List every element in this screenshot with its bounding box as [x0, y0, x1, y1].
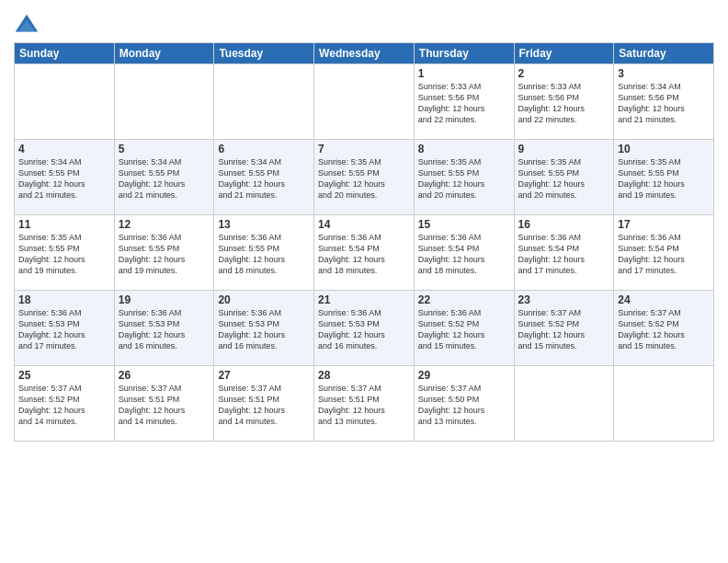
- calendar-week-0: 1Sunrise: 5:33 AM Sunset: 5:56 PM Daylig…: [15, 64, 714, 140]
- calendar-cell: 13Sunrise: 5:36 AM Sunset: 5:55 PM Dayli…: [214, 215, 314, 291]
- cell-day-number: 1: [418, 67, 510, 80]
- cell-day-number: 22: [418, 293, 510, 306]
- calendar-cell: [114, 64, 214, 140]
- cell-day-number: 15: [418, 218, 510, 231]
- cell-day-number: 20: [218, 293, 310, 306]
- page: SundayMondayTuesdayWednesdayThursdayFrid…: [0, 0, 728, 563]
- cell-info: Sunrise: 5:36 AM Sunset: 5:53 PM Dayligh…: [119, 307, 210, 352]
- calendar-cell: [314, 64, 415, 140]
- cell-day-number: 18: [18, 293, 110, 306]
- cell-day-number: 12: [119, 218, 210, 231]
- calendar-cell: 4Sunrise: 5:34 AM Sunset: 5:55 PM Daylig…: [15, 140, 115, 215]
- cell-day-number: 8: [418, 143, 510, 155]
- cell-day-number: 27: [218, 369, 310, 382]
- cell-day-number: 19: [119, 293, 210, 306]
- calendar-cell: 22Sunrise: 5:36 AM Sunset: 5:52 PM Dayli…: [414, 291, 514, 366]
- cell-day-number: 2: [518, 67, 610, 80]
- cell-info: Sunrise: 5:37 AM Sunset: 5:52 PM Dayligh…: [18, 383, 110, 428]
- calendar-cell: 16Sunrise: 5:36 AM Sunset: 5:54 PM Dayli…: [514, 215, 614, 291]
- cell-day-number: 16: [518, 218, 610, 231]
- cell-info: Sunrise: 5:34 AM Sunset: 5:55 PM Dayligh…: [218, 156, 310, 201]
- calendar-cell: 2Sunrise: 5:33 AM Sunset: 5:56 PM Daylig…: [514, 64, 614, 140]
- cell-day-number: 9: [518, 143, 610, 155]
- cell-info: Sunrise: 5:36 AM Sunset: 5:54 PM Dayligh…: [418, 232, 510, 277]
- calendar-week-3: 18Sunrise: 5:36 AM Sunset: 5:53 PM Dayli…: [15, 291, 714, 366]
- calendar-cell: 10Sunrise: 5:35 AM Sunset: 5:55 PM Dayli…: [614, 140, 714, 215]
- cell-day-number: 3: [618, 67, 710, 80]
- cell-info: Sunrise: 5:36 AM Sunset: 5:53 PM Dayligh…: [18, 307, 110, 352]
- cell-info: Sunrise: 5:35 AM Sunset: 5:55 PM Dayligh…: [318, 156, 410, 201]
- cell-day-number: 4: [18, 143, 110, 155]
- calendar-week-4: 25Sunrise: 5:37 AM Sunset: 5:52 PM Dayli…: [15, 366, 714, 442]
- cell-day-number: 29: [418, 369, 510, 382]
- cell-day-number: 13: [218, 218, 310, 231]
- calendar-cell: 20Sunrise: 5:36 AM Sunset: 5:53 PM Dayli…: [214, 291, 314, 366]
- col-header-monday: Monday: [114, 43, 214, 64]
- calendar-week-2: 11Sunrise: 5:35 AM Sunset: 5:55 PM Dayli…: [15, 215, 714, 291]
- calendar-cell: 3Sunrise: 5:34 AM Sunset: 5:56 PM Daylig…: [614, 64, 714, 140]
- cell-day-number: 14: [318, 218, 410, 231]
- cell-info: Sunrise: 5:37 AM Sunset: 5:51 PM Dayligh…: [218, 383, 310, 428]
- cell-day-number: 5: [119, 143, 210, 155]
- cell-day-number: 17: [618, 218, 710, 231]
- cell-day-number: 24: [618, 293, 710, 306]
- logo-icon: [14, 13, 40, 39]
- calendar-cell: [214, 64, 314, 140]
- calendar-cell: 1Sunrise: 5:33 AM Sunset: 5:56 PM Daylig…: [414, 64, 514, 140]
- calendar-cell: 17Sunrise: 5:36 AM Sunset: 5:54 PM Dayli…: [614, 215, 714, 291]
- col-header-sunday: Sunday: [15, 43, 115, 64]
- calendar-cell: 8Sunrise: 5:35 AM Sunset: 5:55 PM Daylig…: [414, 140, 514, 215]
- calendar-cell: [614, 366, 714, 442]
- col-header-thursday: Thursday: [414, 43, 514, 64]
- cell-day-number: 28: [318, 369, 410, 382]
- calendar-cell: 12Sunrise: 5:36 AM Sunset: 5:55 PM Dayli…: [114, 215, 214, 291]
- calendar-cell: 6Sunrise: 5:34 AM Sunset: 5:55 PM Daylig…: [214, 140, 314, 215]
- cell-day-number: 7: [318, 143, 410, 155]
- cell-day-number: 25: [18, 369, 110, 382]
- cell-info: Sunrise: 5:34 AM Sunset: 5:55 PM Dayligh…: [18, 156, 110, 201]
- cell-info: Sunrise: 5:35 AM Sunset: 5:55 PM Dayligh…: [418, 156, 510, 201]
- calendar-cell: 24Sunrise: 5:37 AM Sunset: 5:52 PM Dayli…: [614, 291, 714, 366]
- cell-info: Sunrise: 5:33 AM Sunset: 5:56 PM Dayligh…: [518, 81, 610, 126]
- cell-info: Sunrise: 5:36 AM Sunset: 5:53 PM Dayligh…: [318, 307, 410, 352]
- calendar-week-1: 4Sunrise: 5:34 AM Sunset: 5:55 PM Daylig…: [15, 140, 714, 215]
- calendar-cell: 28Sunrise: 5:37 AM Sunset: 5:51 PM Dayli…: [314, 366, 415, 442]
- cell-info: Sunrise: 5:37 AM Sunset: 5:51 PM Dayligh…: [119, 383, 210, 428]
- header: [14, 9, 714, 39]
- calendar-cell: 23Sunrise: 5:37 AM Sunset: 5:52 PM Dayli…: [514, 291, 614, 366]
- cell-info: Sunrise: 5:34 AM Sunset: 5:55 PM Dayligh…: [119, 156, 210, 201]
- calendar-cell: 9Sunrise: 5:35 AM Sunset: 5:55 PM Daylig…: [514, 140, 614, 215]
- calendar-cell: 29Sunrise: 5:37 AM Sunset: 5:50 PM Dayli…: [414, 366, 514, 442]
- cell-info: Sunrise: 5:34 AM Sunset: 5:56 PM Dayligh…: [618, 81, 710, 126]
- col-header-wednesday: Wednesday: [314, 43, 415, 64]
- cell-info: Sunrise: 5:36 AM Sunset: 5:53 PM Dayligh…: [218, 307, 310, 352]
- calendar-cell: 27Sunrise: 5:37 AM Sunset: 5:51 PM Dayli…: [214, 366, 314, 442]
- col-header-tuesday: Tuesday: [214, 43, 314, 64]
- cell-info: Sunrise: 5:37 AM Sunset: 5:52 PM Dayligh…: [618, 307, 710, 352]
- calendar-cell: 18Sunrise: 5:36 AM Sunset: 5:53 PM Dayli…: [15, 291, 115, 366]
- cell-info: Sunrise: 5:35 AM Sunset: 5:55 PM Dayligh…: [518, 156, 610, 201]
- cell-info: Sunrise: 5:36 AM Sunset: 5:54 PM Dayligh…: [518, 232, 610, 277]
- calendar-cell: [15, 64, 115, 140]
- calendar-cell: 14Sunrise: 5:36 AM Sunset: 5:54 PM Dayli…: [314, 215, 415, 291]
- cell-info: Sunrise: 5:35 AM Sunset: 5:55 PM Dayligh…: [18, 232, 110, 277]
- cell-info: Sunrise: 5:37 AM Sunset: 5:51 PM Dayligh…: [318, 383, 410, 428]
- cell-info: Sunrise: 5:33 AM Sunset: 5:56 PM Dayligh…: [418, 81, 510, 126]
- logo: [14, 13, 41, 39]
- cell-info: Sunrise: 5:36 AM Sunset: 5:55 PM Dayligh…: [218, 232, 310, 277]
- cell-info: Sunrise: 5:36 AM Sunset: 5:54 PM Dayligh…: [318, 232, 410, 277]
- calendar-cell: 25Sunrise: 5:37 AM Sunset: 5:52 PM Dayli…: [15, 366, 115, 442]
- cell-day-number: 23: [518, 293, 610, 306]
- cell-info: Sunrise: 5:35 AM Sunset: 5:55 PM Dayligh…: [618, 156, 710, 201]
- calendar-cell: 11Sunrise: 5:35 AM Sunset: 5:55 PM Dayli…: [15, 215, 115, 291]
- calendar-cell: 7Sunrise: 5:35 AM Sunset: 5:55 PM Daylig…: [314, 140, 415, 215]
- cell-day-number: 21: [318, 293, 410, 306]
- cell-info: Sunrise: 5:36 AM Sunset: 5:52 PM Dayligh…: [418, 307, 510, 352]
- col-header-friday: Friday: [514, 43, 614, 64]
- calendar-cell: 26Sunrise: 5:37 AM Sunset: 5:51 PM Dayli…: [114, 366, 214, 442]
- calendar-cell: 21Sunrise: 5:36 AM Sunset: 5:53 PM Dayli…: [314, 291, 415, 366]
- cell-day-number: 11: [18, 218, 110, 231]
- calendar-cell: 5Sunrise: 5:34 AM Sunset: 5:55 PM Daylig…: [114, 140, 214, 215]
- calendar-table: SundayMondayTuesdayWednesdayThursdayFrid…: [14, 42, 714, 442]
- calendar-cell: [514, 366, 614, 442]
